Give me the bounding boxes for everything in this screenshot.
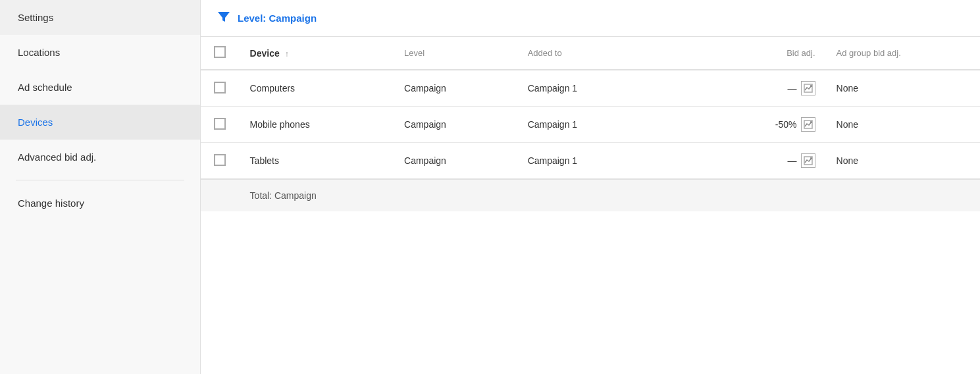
row-checkbox[interactable] <box>214 154 226 166</box>
sort-arrow-icon[interactable]: ↑ <box>285 49 289 59</box>
row-ad-group-bid-adj: None <box>826 143 980 180</box>
devices-table: Device ↑ Level Added to Bid adj. Ad grou… <box>201 37 980 211</box>
filter-bar: Level: Campaign <box>201 0 980 37</box>
row-checkbox[interactable] <box>214 82 226 94</box>
row-checkbox-cell <box>201 107 240 143</box>
row-bid-adj: — <box>671 70 825 107</box>
row-device: Computers <box>240 70 394 107</box>
select-all-checkbox[interactable] <box>214 46 226 58</box>
bid-chart-icon[interactable] <box>801 153 815 168</box>
sidebar-item-change-history[interactable]: Change history <box>0 186 200 221</box>
filter-icon <box>217 9 231 27</box>
table-header-row: Device ↑ Level Added to Bid adj. Ad grou… <box>201 37 980 70</box>
sidebar-item-label: Settings <box>18 12 53 23</box>
row-added-to: Campaign 1 <box>517 107 671 143</box>
row-bid-adj: -50% <box>671 107 825 143</box>
table-container: Device ↑ Level Added to Bid adj. Ad grou… <box>201 37 980 374</box>
sidebar-divider <box>16 180 184 180</box>
row-ad-group-bid-adj: None <box>826 70 980 107</box>
sidebar-item-label: Advanced bid adj. <box>18 151 96 163</box>
sidebar-item-settings[interactable]: Settings <box>0 0 200 35</box>
bid-chart-icon[interactable] <box>801 81 815 95</box>
header-level: Level <box>394 37 517 70</box>
row-checkbox[interactable] <box>214 118 226 130</box>
row-checkbox-cell <box>201 143 240 180</box>
row-level: Campaign <box>394 143 517 180</box>
row-device: Tablets <box>240 143 394 180</box>
row-added-to: Campaign 1 <box>517 70 671 107</box>
table-row: Mobile phones Campaign Campaign 1 -50% <box>201 107 980 143</box>
sidebar-item-advanced-bid-adj[interactable]: Advanced bid adj. <box>0 140 200 174</box>
filter-label: Level: Campaign <box>238 13 317 24</box>
sidebar: Settings Locations Ad schedule Devices A… <box>0 0 201 374</box>
table-row: Computers Campaign Campaign 1 — <box>201 70 980 107</box>
bid-chart-icon[interactable] <box>801 117 815 132</box>
table-footer-row: Total: Campaign <box>201 179 980 211</box>
row-level: Campaign <box>394 107 517 143</box>
row-checkbox-cell <box>201 70 240 107</box>
sidebar-item-label: Change history <box>18 198 84 209</box>
header-checkbox-cell <box>201 37 240 70</box>
sidebar-item-label: Devices <box>18 117 53 128</box>
main-content: Level: Campaign Device ↑ Level <box>201 0 980 374</box>
row-ad-group-bid-adj: None <box>826 107 980 143</box>
row-added-to: Campaign 1 <box>517 143 671 180</box>
sidebar-item-devices[interactable]: Devices <box>0 105 200 140</box>
row-level: Campaign <box>394 70 517 107</box>
sidebar-item-label: Ad schedule <box>18 82 72 93</box>
header-bid-adj: Bid adj. <box>671 37 825 70</box>
header-added-to: Added to <box>517 37 671 70</box>
filter-value: Campaign <box>269 13 317 24</box>
footer-total: Total: Campaign <box>240 179 980 211</box>
row-bid-adj: — <box>671 143 825 180</box>
sidebar-item-label: Locations <box>18 47 60 58</box>
sidebar-item-locations[interactable]: Locations <box>0 35 200 70</box>
header-device: Device ↑ <box>240 37 394 70</box>
sidebar-item-ad-schedule[interactable]: Ad schedule <box>0 70 200 105</box>
row-device: Mobile phones <box>240 107 394 143</box>
header-ad-group-bid-adj: Ad group bid adj. <box>826 37 980 70</box>
footer-checkbox-cell <box>201 179 240 211</box>
table-row: Tablets Campaign Campaign 1 — <box>201 143 980 180</box>
